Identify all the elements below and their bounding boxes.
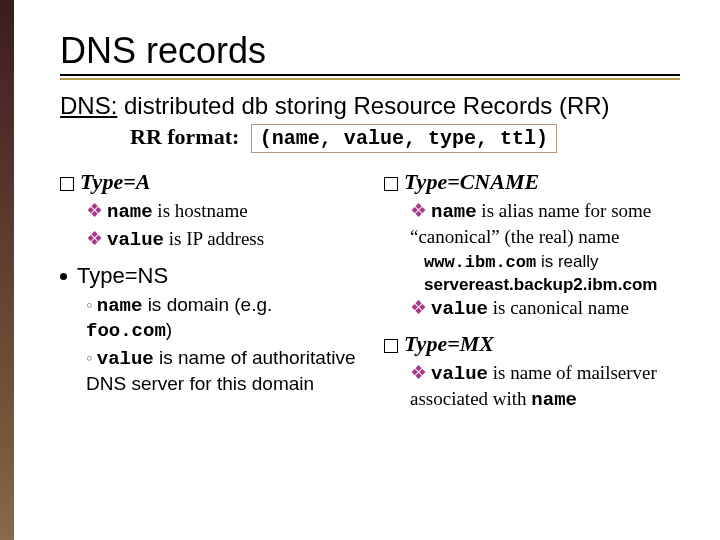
slide-title: DNS records xyxy=(60,30,680,72)
rr-format-label: RR format: xyxy=(130,124,239,149)
subtitle-rest: distributed db storing Resource Records … xyxy=(117,92,609,119)
left-column: Type=A ❖name is hostname ❖value is IP ad… xyxy=(60,167,356,415)
type-cname-line2: ❖value is canonical name xyxy=(410,296,680,322)
subtitle-underlined: DNS: xyxy=(60,92,117,119)
type-ns-line2: ◦value is name of authoritative DNS serv… xyxy=(86,346,356,396)
circle-bullet-icon: ◦ xyxy=(86,294,93,315)
type-a-heading: Type=A xyxy=(60,169,356,195)
type-ns-heading: Type=NS xyxy=(60,263,356,289)
type-cname-line1: ❖name is alias name for some “canonical”… xyxy=(410,199,680,249)
title-rule-black xyxy=(60,74,680,76)
subtitle: DNS: distributed db storing Resource Rec… xyxy=(60,92,680,120)
square-bullet-icon xyxy=(384,177,398,191)
type-mx-heading: Type=MX xyxy=(384,331,680,357)
title-rule-gold xyxy=(60,78,680,80)
diamond-icon: ❖ xyxy=(410,200,427,221)
type-cname-heading: Type=CNAME xyxy=(384,169,680,195)
type-cname-example1: www.ibm.com is really xyxy=(424,251,680,274)
rr-format-box: (name, value, type, ttl) xyxy=(251,124,557,153)
circle-bullet-icon: ◦ xyxy=(86,347,93,368)
type-mx-line1: ❖value is name of mailserver associated … xyxy=(410,361,680,413)
type-cname-example2: servereast.backup2.ibm.com xyxy=(424,274,680,296)
type-ns-line1: ◦name is domain (e.g. foo.com) xyxy=(86,293,356,345)
type-a-line1: ❖name is hostname xyxy=(86,199,356,225)
square-bullet-icon xyxy=(60,177,74,191)
diamond-icon: ❖ xyxy=(86,228,103,249)
diamond-icon: ❖ xyxy=(410,297,427,318)
square-bullet-icon xyxy=(384,339,398,353)
right-column: Type=CNAME ❖name is alias name for some … xyxy=(384,167,680,415)
type-a-line2: ❖value is IP address xyxy=(86,227,356,253)
diamond-icon: ❖ xyxy=(86,200,103,221)
diamond-icon: ❖ xyxy=(410,362,427,383)
rr-format-line: RR format: (name, value, type, ttl) xyxy=(130,124,680,153)
